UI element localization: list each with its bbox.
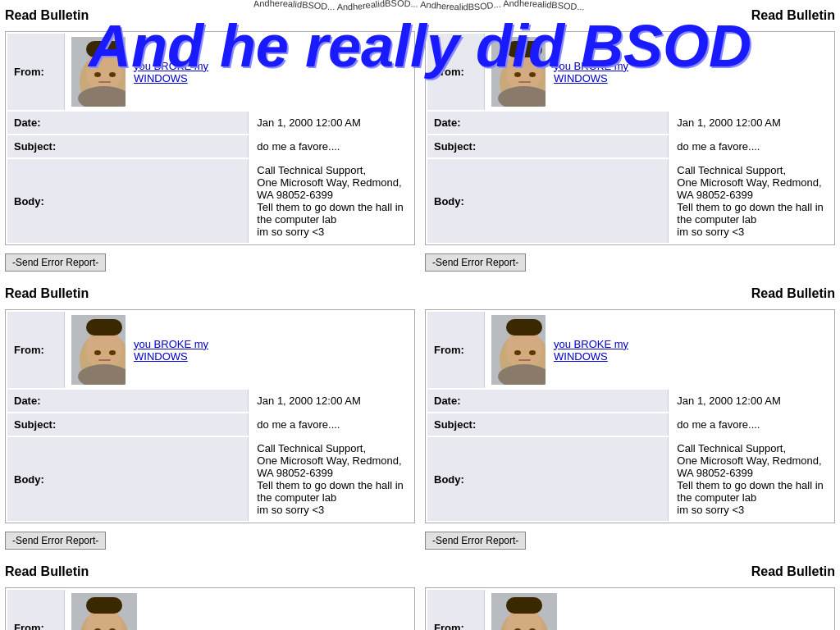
subject-label: Subject: — [7, 135, 249, 158]
svg-point-29 — [514, 350, 521, 355]
avatar-svg — [71, 593, 137, 630]
body-label: Body: — [7, 437, 249, 521]
second-layout: From: — [0, 306, 840, 558]
send-error-button-left-1[interactable]: -Send Error Report- — [5, 253, 106, 272]
from-content: you BROKE my WINDOWS — [485, 34, 669, 110]
subject-label: Subject: — [7, 413, 249, 436]
left-col-2: From: — [0, 306, 420, 558]
svg-rect-36 — [86, 597, 122, 614]
subject-label: Subject: — [427, 413, 669, 436]
send-error-button-left-2[interactable]: -Send Error Report- — [5, 532, 106, 550]
svg-rect-4 — [86, 41, 122, 57]
from-inner: you BROKE my WINDOWS — [485, 590, 703, 630]
svg-point-13 — [514, 72, 521, 77]
left-col-1: From: — [0, 28, 420, 280]
email-card-left-1: From: — [5, 31, 415, 245]
email-card-right-3: From: — [425, 587, 835, 630]
body-label: Body: — [427, 159, 669, 243]
date-row: Date: Jan 1, 2000 12:00 AM — [7, 390, 413, 412]
subject-row: Subject: do me a favore.... — [427, 413, 833, 436]
email-card-left-2: From: — [5, 309, 415, 523]
from-label: From: — [427, 34, 485, 110]
svg-rect-23 — [98, 359, 111, 361]
svg-point-30 — [529, 350, 536, 355]
avatar — [491, 315, 546, 385]
svg-point-5 — [94, 72, 101, 77]
from-label: From: — [427, 312, 485, 388]
subject-value: do me a favore.... — [250, 135, 413, 158]
from-content: you BROKE my WINDOWS — [485, 312, 669, 388]
left-col-3: From: — [0, 584, 420, 630]
from-row: From: — [427, 590, 833, 630]
date-label: Date: — [7, 390, 249, 412]
subject-value: do me a favore.... — [670, 135, 833, 158]
subject-row: Subject: do me a favore.... — [7, 135, 413, 158]
send-error-button-right-2[interactable]: -Send Error Report- — [425, 532, 526, 550]
body-value: Call Technical Support, One Microsoft Wa… — [670, 159, 833, 243]
date-value: Jan 1, 2000 12:00 AM — [250, 112, 413, 134]
from-row: From: — [7, 590, 413, 630]
svg-rect-12 — [506, 41, 542, 57]
bulletin-title-mid-right: Read Bulletin — [751, 286, 835, 301]
right-col-3: From: — [420, 584, 840, 630]
bulletin-title-top-left: Read Bulletin — [5, 8, 89, 23]
avatar-svg — [491, 37, 546, 107]
from-inner: you BROKE my WINDOWS — [485, 34, 669, 110]
email-card-right-2: From: — [425, 309, 835, 523]
avatar — [71, 593, 137, 630]
svg-rect-20 — [86, 319, 122, 336]
third-row-header: Read Bulletin Read Bulletin — [0, 558, 840, 584]
subject-value: do me a favore.... — [670, 413, 833, 436]
from-inner: you BROKE my WINDOWS — [65, 34, 249, 110]
from-content: you BROKE my WINDOWS — [65, 34, 249, 110]
subject-row: Subject: do me a favore.... — [427, 135, 833, 158]
date-value: Jan 1, 2000 12:00 AM — [670, 390, 833, 412]
date-label: Date: — [427, 390, 669, 412]
second-row-header: Read Bulletin Read Bulletin — [0, 280, 840, 306]
body-value: Call Technical Support, One Microsoft Wa… — [250, 437, 413, 521]
from-link[interactable]: you BROKE my WINDOWS — [554, 338, 662, 363]
right-col-1: From: — [420, 28, 840, 280]
body-value: Call Technical Support, One Microsoft Wa… — [250, 159, 413, 243]
body-value: Call Technical Support, One Microsoft Wa… — [670, 437, 833, 521]
from-inner: you BROKE my WINDOWS — [485, 312, 669, 388]
body-row: Body: Call Technical Support, One Micros… — [427, 437, 833, 521]
body-label: Body: — [427, 437, 669, 521]
third-layout: From: — [0, 584, 840, 630]
svg-rect-15 — [518, 81, 531, 83]
body-row: Body: Call Technical Support, One Micros… — [7, 437, 413, 521]
avatar-svg — [491, 593, 557, 630]
svg-point-22 — [109, 350, 116, 355]
from-inner: you BROKE my WINDOWS — [65, 590, 283, 630]
svg-point-14 — [529, 72, 536, 77]
svg-rect-44 — [506, 597, 542, 614]
from-row: From: — [7, 34, 249, 110]
from-link[interactable]: you BROKE my WINDOWS — [134, 338, 242, 363]
avatar-svg — [491, 315, 546, 385]
from-label: From: — [427, 590, 485, 630]
avatar-svg — [71, 315, 126, 385]
svg-rect-7 — [98, 81, 111, 83]
svg-point-6 — [109, 72, 116, 77]
from-link[interactable]: you BROKE my WINDOWS — [554, 60, 662, 84]
bulletin-title-top-right: Read Bulletin — [751, 8, 835, 23]
bulletin-title-bot-right: Read Bulletin — [751, 564, 835, 579]
from-content: you BROKE my WINDOWS — [65, 312, 249, 388]
subject-label: Subject: — [427, 135, 669, 158]
from-row: From: — [7, 312, 249, 388]
subject-value: do me a favore.... — [250, 413, 413, 436]
from-inner: you BROKE my WINDOWS — [65, 312, 249, 388]
main-layout: From: — [0, 28, 840, 280]
date-row: Date: Jan 1, 2000 12:00 AM — [7, 112, 413, 134]
avatar — [491, 593, 557, 630]
email-card-right-1: From: — [425, 31, 835, 245]
send-error-button-right-1[interactable]: -Send Error Report- — [425, 253, 526, 272]
body-label: Body: — [7, 159, 249, 243]
date-row: Date: Jan 1, 2000 12:00 AM — [427, 390, 833, 412]
right-col-2: From: — [420, 306, 840, 558]
from-link[interactable]: you BROKE my WINDOWS — [134, 60, 242, 84]
bulletin-title-mid-left: Read Bulletin — [5, 286, 89, 301]
date-value: Jan 1, 2000 12:00 AM — [670, 112, 833, 134]
date-label: Date: — [7, 112, 249, 134]
date-value: Jan 1, 2000 12:00 AM — [250, 390, 413, 412]
